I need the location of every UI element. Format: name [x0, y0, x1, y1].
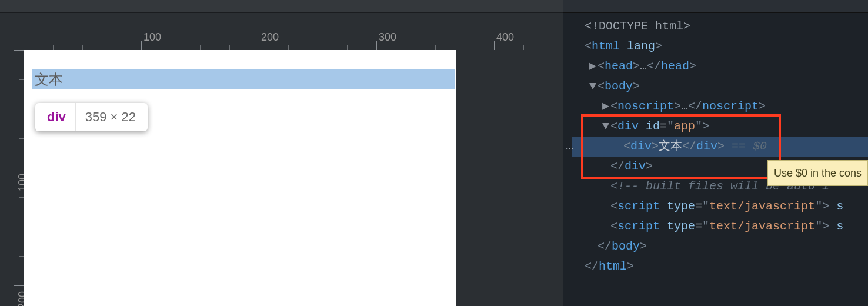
- preview-toolbar: [0, 0, 563, 13]
- dom-tree-line[interactable]: <html lang>: [572, 36, 868, 56]
- page-preview-pane: 100200300400 100200 文本 div 359 × 22: [0, 0, 563, 306]
- dom-tree[interactable]: <!DOCTYPE html> <html lang>▶<head>…</hea…: [563, 13, 868, 277]
- dom-tree-line[interactable]: </html>: [572, 257, 868, 277]
- dom-tree-line[interactable]: ▶<noscript>…</noscript>: [572, 97, 868, 117]
- devtools-tabbar[interactable]: [563, 0, 868, 13]
- elements-panel: <!DOCTYPE html> <html lang>▶<head>…</hea…: [563, 0, 868, 306]
- horizontal-ruler: 100200300400: [24, 32, 563, 50]
- dom-tree-line[interactable]: <div>文本</div> == $0…: [572, 137, 868, 157]
- tooltip-tag: div: [35, 103, 75, 131]
- dom-tree-line[interactable]: ▼<div id="app">: [572, 117, 868, 137]
- ruler-h-label: 400: [496, 31, 514, 44]
- inspect-tooltip: div 359 × 22: [35, 103, 148, 131]
- console-hint-tooltip: Use $0 in the cons: [767, 160, 868, 186]
- dom-tree-line[interactable]: ▼<body>: [572, 76, 868, 97]
- dom-tree-line[interactable]: <script type="text/javascript"> s: [572, 197, 868, 217]
- inspected-element-text: 文本: [35, 70, 63, 89]
- dom-tree-line[interactable]: </body>: [572, 237, 868, 257]
- ruler-h-label: 100: [143, 31, 161, 44]
- rendered-page[interactable]: 文本 div 359 × 22: [24, 50, 456, 306]
- dom-tree-line[interactable]: <script type="text/javascript"> s: [572, 217, 868, 237]
- vertical-ruler: 100200: [0, 50, 24, 306]
- ruler-h-label: 300: [379, 31, 396, 44]
- inspected-element-highlight[interactable]: 文本: [32, 69, 455, 89]
- ruler-h-label: 200: [261, 31, 279, 44]
- dom-tree-line[interactable]: ▶<head>…</head>: [572, 56, 868, 76]
- console-hint-text: Use $0 in the cons: [774, 167, 862, 179]
- tooltip-dimensions: 359 × 22: [85, 103, 148, 131]
- gutter-ellipsis-icon[interactable]: …: [566, 137, 575, 157]
- dom-tree-line[interactable]: <!DOCTYPE html>: [572, 16, 868, 36]
